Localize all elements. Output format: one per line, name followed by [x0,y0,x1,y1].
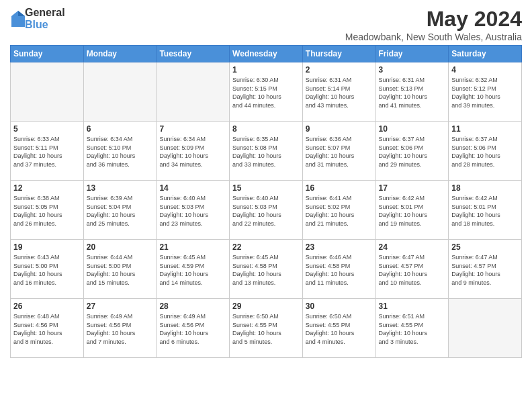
calendar-cell-w1-d4: 9Sunrise: 6:36 AMSunset: 5:07 PMDaylight… [302,122,375,181]
calendar-cell-w1-d5: 10Sunrise: 6:37 AMSunset: 5:06 PMDayligh… [375,122,449,181]
calendar-cell-w2-d2: 14Sunrise: 6:40 AMSunset: 5:03 PMDayligh… [157,181,230,240]
day-info: Sunrise: 6:49 AMSunset: 4:56 PMDaylight:… [87,312,154,346]
day-number: 3 [379,65,446,75]
day-info: Sunrise: 6:48 AMSunset: 4:56 PMDaylight:… [13,312,81,346]
calendar-cell-w4-d3: 29Sunrise: 6:50 AMSunset: 4:55 PMDayligh… [230,299,303,358]
day-number: 4 [451,65,519,75]
calendar-cell-w0-d6: 4Sunrise: 6:32 AMSunset: 5:12 PMDaylight… [449,62,522,122]
calendar-cell-w4-d5: 31Sunrise: 6:51 AMSunset: 4:55 PMDayligh… [375,299,449,358]
day-number: 1 [232,65,300,75]
calendar-week-4: 26Sunrise: 6:48 AMSunset: 4:56 PMDayligh… [11,299,522,358]
day-number: 26 [13,302,81,311]
day-number: 2 [306,65,373,75]
calendar-cell-w3-d5: 24Sunrise: 6:47 AMSunset: 4:57 PMDayligh… [375,240,449,299]
calendar-cell-w3-d3: 22Sunrise: 6:45 AMSunset: 4:58 PMDayligh… [230,240,303,299]
day-number: 21 [159,242,226,252]
day-info: Sunrise: 6:42 AMSunset: 5:01 PMDaylight:… [451,194,519,228]
calendar-cell-w4-d4: 30Sunrise: 6:50 AMSunset: 4:55 PMDayligh… [302,299,375,358]
day-info: Sunrise: 6:49 AMSunset: 4:56 PMDaylight:… [159,312,226,346]
day-number: 28 [159,302,226,311]
day-info: Sunrise: 6:51 AMSunset: 4:55 PMDaylight:… [379,312,446,346]
day-info: Sunrise: 6:34 AMSunset: 5:09 PMDaylight:… [159,135,226,169]
day-number: 19 [13,242,81,252]
day-number: 20 [87,242,154,252]
calendar-cell-w2-d1: 13Sunrise: 6:39 AMSunset: 5:04 PMDayligh… [83,181,157,240]
logo-text: General Blue [25,7,65,30]
day-number: 13 [87,183,154,193]
day-info: Sunrise: 6:35 AMSunset: 5:08 PMDaylight:… [232,135,300,169]
day-info: Sunrise: 6:47 AMSunset: 4:57 PMDaylight:… [451,253,519,287]
calendar-cell-w2-d6: 18Sunrise: 6:42 AMSunset: 5:01 PMDayligh… [449,181,522,240]
calendar-cell-w3-d6: 25Sunrise: 6:47 AMSunset: 4:57 PMDayligh… [449,240,522,299]
day-info: Sunrise: 6:31 AMSunset: 5:13 PMDaylight:… [379,76,446,109]
col-friday: Friday [375,46,449,62]
logo: General Blue [10,7,65,30]
calendar-cell-w1-d3: 8Sunrise: 6:35 AMSunset: 5:08 PMDaylight… [230,122,303,181]
col-wednesday: Wednesday [230,46,303,62]
calendar-cell-w2-d5: 17Sunrise: 6:42 AMSunset: 5:01 PMDayligh… [375,181,449,240]
calendar-cell-w0-d0 [11,62,84,122]
day-number: 11 [451,124,519,134]
calendar-cell-w4-d2: 28Sunrise: 6:49 AMSunset: 4:56 PMDayligh… [157,299,230,358]
day-number: 10 [379,124,446,134]
day-number: 22 [232,242,300,252]
day-info: Sunrise: 6:44 AMSunset: 5:00 PMDaylight:… [87,253,154,287]
calendar-cell-w3-d2: 21Sunrise: 6:45 AMSunset: 4:59 PMDayligh… [157,240,230,299]
day-info: Sunrise: 6:45 AMSunset: 4:59 PMDaylight:… [159,253,226,287]
day-number: 6 [87,124,154,134]
day-info: Sunrise: 6:30 AMSunset: 5:15 PMDaylight:… [232,76,300,109]
calendar-header: Sunday Monday Tuesday Wednesday Thursday… [11,46,522,62]
day-number: 12 [13,183,81,193]
calendar-week-1: 5Sunrise: 6:33 AMSunset: 5:11 PMDaylight… [11,122,522,181]
day-info: Sunrise: 6:40 AMSunset: 5:03 PMDaylight:… [232,194,300,228]
calendar-cell-w3-d1: 20Sunrise: 6:44 AMSunset: 5:00 PMDayligh… [83,240,157,299]
day-info: Sunrise: 6:47 AMSunset: 4:57 PMDaylight:… [379,253,446,287]
calendar-cell-w3-d4: 23Sunrise: 6:46 AMSunset: 4:58 PMDayligh… [302,240,375,299]
calendar-cell-w1-d0: 5Sunrise: 6:33 AMSunset: 5:11 PMDaylight… [11,122,84,181]
logo-blue-label: Blue [25,19,65,31]
calendar-cell-w0-d2 [157,62,230,122]
calendar-table: Sunday Monday Tuesday Wednesday Thursday… [10,45,522,358]
day-info: Sunrise: 6:43 AMSunset: 5:00 PMDaylight:… [13,253,81,287]
month-title: May 2024 [345,7,522,32]
day-number: 8 [232,124,300,134]
calendar-week-3: 19Sunrise: 6:43 AMSunset: 5:00 PMDayligh… [11,240,522,299]
day-number: 18 [451,183,519,193]
header: General Blue May 2024 Meadowbank, New So… [10,7,522,42]
calendar-cell-w1-d6: 11Sunrise: 6:37 AMSunset: 5:06 PMDayligh… [449,122,522,181]
calendar-cell-w4-d1: 27Sunrise: 6:49 AMSunset: 4:56 PMDayligh… [83,299,157,358]
day-info: Sunrise: 6:50 AMSunset: 4:55 PMDaylight:… [232,312,300,346]
page-container: General Blue May 2024 Meadowbank, New So… [0,0,532,365]
day-info: Sunrise: 6:39 AMSunset: 5:04 PMDaylight:… [87,194,154,228]
day-info: Sunrise: 6:36 AMSunset: 5:07 PMDaylight:… [306,135,373,169]
calendar-cell-w3-d0: 19Sunrise: 6:43 AMSunset: 5:00 PMDayligh… [11,240,84,299]
calendar-cell-w0-d3: 1Sunrise: 6:30 AMSunset: 5:15 PMDaylight… [230,62,303,122]
calendar-cell-w0-d4: 2Sunrise: 6:31 AMSunset: 5:14 PMDaylight… [302,62,375,122]
calendar-cell-w2-d4: 16Sunrise: 6:41 AMSunset: 5:02 PMDayligh… [302,181,375,240]
day-info: Sunrise: 6:34 AMSunset: 5:10 PMDaylight:… [87,135,154,169]
calendar-cell-w2-d0: 12Sunrise: 6:38 AMSunset: 5:05 PMDayligh… [11,181,84,240]
calendar-cell-w0-d1 [83,62,157,122]
day-number: 31 [379,302,446,311]
day-info: Sunrise: 6:42 AMSunset: 5:01 PMDaylight:… [379,194,446,228]
day-number: 16 [306,183,373,193]
calendar-cell-w1-d1: 6Sunrise: 6:34 AMSunset: 5:10 PMDaylight… [83,122,157,181]
title-block: May 2024 Meadowbank, New South Wales, Au… [345,7,522,42]
col-sunday: Sunday [11,46,84,62]
day-number: 24 [379,242,446,252]
header-row: Sunday Monday Tuesday Wednesday Thursday… [11,46,522,62]
calendar-week-2: 12Sunrise: 6:38 AMSunset: 5:05 PMDayligh… [11,181,522,240]
col-monday: Monday [83,46,157,62]
day-number: 7 [159,124,226,134]
day-info: Sunrise: 6:37 AMSunset: 5:06 PMDaylight:… [379,135,446,169]
calendar-week-0: 1Sunrise: 6:30 AMSunset: 5:15 PMDaylight… [11,62,522,122]
day-number: 9 [306,124,373,134]
day-number: 27 [87,302,154,311]
day-info: Sunrise: 6:41 AMSunset: 5:02 PMDaylight:… [306,194,373,228]
logo-general-label: General [25,7,65,19]
col-saturday: Saturday [449,46,522,62]
day-number: 23 [306,242,373,252]
day-info: Sunrise: 6:32 AMSunset: 5:12 PMDaylight:… [451,76,519,109]
day-info: Sunrise: 6:33 AMSunset: 5:11 PMDaylight:… [13,135,81,169]
day-info: Sunrise: 6:31 AMSunset: 5:14 PMDaylight:… [306,76,373,109]
